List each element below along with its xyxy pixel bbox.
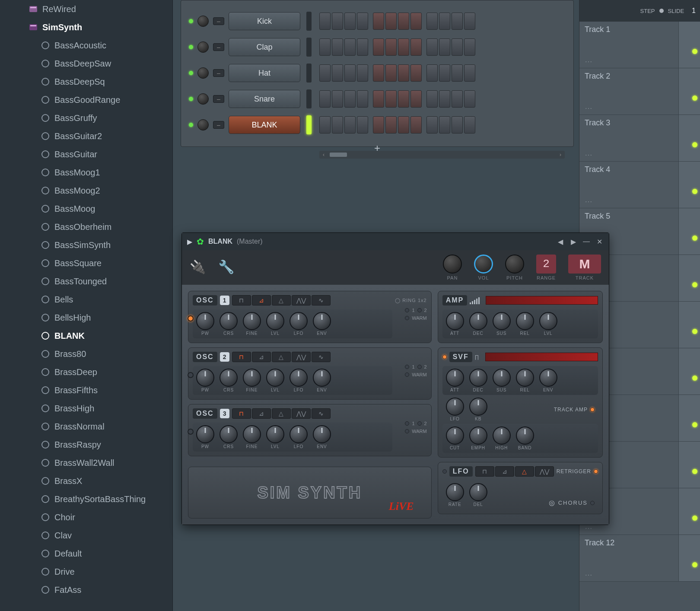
step-cell[interactable]: [344, 13, 356, 30]
track-header[interactable]: Track 3 …: [579, 115, 679, 161]
scroll-right-icon[interactable]: ›: [556, 152, 565, 158]
track-lane[interactable]: [679, 22, 700, 68]
osc-warm-toggle[interactable]: WARM: [398, 315, 427, 321]
step-cell[interactable]: [452, 116, 463, 134]
channel-select-indicator[interactable]: [306, 89, 312, 108]
svf-emph-knob[interactable]: EMPH: [469, 426, 487, 450]
step-cell[interactable]: [464, 116, 475, 134]
wave-tri-button[interactable]: △: [272, 408, 291, 419]
scroll-left-icon[interactable]: ‹: [319, 152, 328, 158]
channel-name-button[interactable]: BLANK: [229, 116, 300, 134]
step-cell[interactable]: [439, 116, 450, 134]
lfo-wave-noise[interactable]: ⋀⋁: [535, 466, 554, 477]
track-led[interactable]: [692, 282, 697, 287]
step-cell[interactable]: [426, 38, 438, 56]
step-mode-label[interactable]: STEP: [640, 8, 655, 14]
step-cell[interactable]: [439, 38, 450, 56]
channel-mute-button[interactable]: –: [213, 121, 224, 129]
svf-dec-knob[interactable]: DEC: [469, 369, 487, 392]
wave-tri-button[interactable]: △: [272, 295, 291, 306]
browser-preset[interactable]: BassMoog1: [0, 163, 172, 181]
svf-band-knob[interactable]: BAND: [516, 426, 534, 450]
gear-icon[interactable]: ✿: [197, 236, 204, 247]
close-button[interactable]: ✕: [595, 237, 604, 246]
track-led[interactable]: [692, 516, 697, 521]
channel-select-indicator[interactable]: [306, 38, 312, 57]
step-cell[interactable]: [452, 13, 463, 30]
track-led[interactable]: [692, 49, 697, 54]
osc-fine-knob[interactable]: FINE: [243, 312, 261, 336]
osc-warm-toggle[interactable]: WARM: [398, 372, 427, 377]
browser-preset[interactable]: BassMoog: [0, 200, 172, 218]
step-cell[interactable]: [426, 64, 438, 82]
step-cell[interactable]: [410, 116, 422, 134]
channel-pan-knob[interactable]: [197, 16, 209, 27]
wave-sine-button[interactable]: ∿: [312, 352, 331, 362]
retrigger-toggle[interactable]: RETRIGGER: [557, 468, 598, 474]
track-led[interactable]: [692, 562, 697, 567]
amp-att-knob[interactable]: ATT: [446, 312, 464, 336]
step-cell[interactable]: [344, 64, 356, 82]
browser-preset[interactable]: Clav: [0, 526, 172, 544]
wave-sine-button[interactable]: ∿: [312, 295, 331, 306]
channel-mute-button[interactable]: –: [213, 95, 224, 103]
prev-preset-button[interactable]: ◀: [556, 237, 565, 246]
step-cell[interactable]: [426, 13, 438, 30]
channel-led[interactable]: [189, 97, 193, 101]
track-lane[interactable]: [679, 488, 700, 535]
chorus-toggle[interactable]: ◎ CHORUS: [549, 499, 595, 507]
track-lane[interactable]: [679, 208, 700, 255]
step-cell[interactable]: [319, 38, 331, 56]
browser-preset[interactable]: BassGuitar2: [0, 127, 172, 145]
track-led[interactable]: [692, 189, 697, 194]
step-cell[interactable]: [398, 13, 409, 30]
amp-lvl-knob[interactable]: LVL: [539, 312, 557, 336]
step-cell[interactable]: [344, 38, 356, 56]
channel-select-indicator[interactable]: [306, 12, 312, 31]
osc-option-1[interactable]: 12: [398, 308, 427, 313]
wave-saw-button[interactable]: ⊿: [252, 295, 271, 306]
step-cell[interactable]: [464, 13, 475, 30]
track-led[interactable]: [692, 422, 697, 427]
scroll-thumb[interactable]: [330, 153, 347, 157]
step-cell[interactable]: [439, 90, 450, 108]
osc-pw-knob[interactable]: PW: [196, 369, 214, 392]
track-header[interactable]: Track 12 …: [579, 535, 679, 581]
lfo-led[interactable]: [442, 469, 447, 474]
step-cell[interactable]: [426, 116, 438, 134]
step-cell[interactable]: [452, 90, 463, 108]
step-cell[interactable]: [410, 90, 422, 108]
step-cell[interactable]: [332, 116, 343, 134]
browser-preset[interactable]: BassMoog2: [0, 181, 172, 200]
step-cell[interactable]: [410, 64, 422, 82]
channel-led[interactable]: [189, 71, 193, 75]
osc-fine-knob[interactable]: FINE: [243, 369, 261, 392]
step-cell[interactable]: [398, 116, 409, 134]
slide-mode-label[interactable]: SLIDE: [668, 8, 684, 14]
wave-square-button[interactable]: ⊓: [232, 295, 251, 306]
osc-lvl-knob[interactable]: LVL: [266, 312, 284, 336]
step-mode-indicator[interactable]: [659, 9, 664, 13]
track-header[interactable]: Track 2 …: [579, 68, 679, 115]
play-icon[interactable]: ▶: [187, 238, 192, 246]
osc-lvl-knob[interactable]: LVL: [266, 425, 284, 449]
osc-option-1[interactable]: 12: [398, 421, 427, 426]
step-cell[interactable]: [332, 90, 343, 108]
osc-lfo-knob[interactable]: LFO: [290, 312, 308, 336]
next-preset-button[interactable]: ▶: [569, 237, 578, 246]
lfo-wave-square[interactable]: ⊓: [475, 466, 494, 477]
browser-preset[interactable]: BassAcoustic: [0, 36, 172, 54]
minimize-button[interactable]: —: [582, 237, 591, 246]
step-cell[interactable]: [398, 38, 409, 56]
track-led[interactable]: [692, 95, 697, 101]
browser-preset[interactable]: Bells: [0, 290, 172, 309]
track-led[interactable]: [692, 142, 697, 147]
browser-preset[interactable]: BrassRaspy: [0, 436, 172, 454]
channel-pan-knob[interactable]: [197, 41, 209, 53]
step-cell[interactable]: [398, 64, 409, 82]
osc-crs-knob[interactable]: CRS: [220, 425, 238, 449]
playlist-track[interactable]: Track 3 …: [579, 115, 700, 162]
browser-preset[interactable]: Default: [0, 544, 172, 563]
osc-enable-led[interactable]: [188, 315, 194, 321]
amp-dec-knob[interactable]: DEC: [469, 312, 487, 336]
